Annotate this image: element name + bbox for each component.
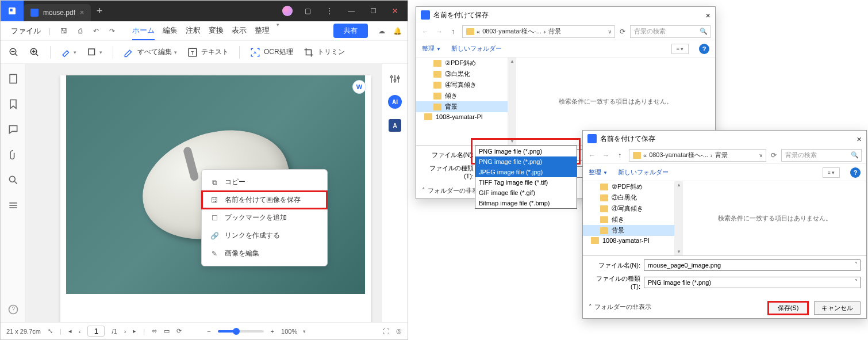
folder-tree[interactable]: ②PDF斜め ③白黒化 ④写真傾き 傾き 背景 1008-yamatar-PI: [416, 58, 508, 145]
word-badge-icon[interactable]: W: [352, 80, 366, 94]
search-field[interactable]: 背景の検索 🔍: [630, 25, 710, 38]
search-field[interactable]: 背景の検索 🔍: [781, 149, 862, 162]
filetype-option[interactable]: TIFF Tag image file (*.tif): [475, 177, 577, 188]
new-folder-button[interactable]: 新しいフォルダー: [618, 168, 669, 177]
rotate-icon[interactable]: ⟳: [176, 327, 182, 335]
maximize-icon[interactable]: ☐: [366, 4, 380, 18]
search-icon[interactable]: [7, 174, 19, 186]
forward-icon[interactable]: →: [601, 151, 610, 159]
tab-organize[interactable]: 整理: [255, 22, 270, 40]
user-avatar-icon[interactable]: [282, 6, 293, 16]
prev-page-icon[interactable]: ◂: [68, 327, 72, 335]
zoom-in-button[interactable]: [29, 47, 40, 58]
hide-folders-toggle[interactable]: ˄フォルダーの非表示: [589, 303, 651, 311]
ctx-edit-image[interactable]: ✎画像を編集: [202, 245, 327, 262]
document-canvas[interactable]: W ⧉コピー 🖫名前を付けて画像を保存 ☐ブックマークを追加 🔗リンクを作成する…: [26, 64, 382, 322]
thumbnails-icon[interactable]: [7, 73, 19, 85]
highlight-tool[interactable]: ▾: [61, 47, 76, 58]
help-icon[interactable]: ?: [699, 44, 709, 54]
cloud-icon[interactable]: ☁: [378, 27, 385, 35]
new-tab-button[interactable]: +: [91, 5, 108, 17]
filetype-option[interactable]: PNG image file (*.png): [475, 146, 577, 156]
tab-view[interactable]: 表示: [232, 22, 247, 40]
organize-button[interactable]: 整理▼: [589, 168, 608, 177]
bookmark-icon[interactable]: [7, 98, 19, 110]
back-icon[interactable]: ←: [587, 151, 597, 159]
filetype-option[interactable]: Bitmap image file (*.bmp): [475, 198, 577, 208]
close-icon[interactable]: ✕: [388, 4, 402, 18]
zoom-slider[interactable]: [218, 330, 264, 333]
layers-icon[interactable]: [7, 200, 19, 211]
dialog-title-bar[interactable]: 名前を付けて保存 ×: [583, 131, 866, 147]
undo-icon[interactable]: ↶: [91, 26, 101, 36]
back-icon[interactable]: ←: [421, 28, 430, 36]
fit-page-icon[interactable]: ▭: [164, 327, 170, 335]
attachment-icon[interactable]: [7, 149, 19, 161]
tab-annotate[interactable]: 注釈: [186, 22, 201, 40]
menu-overflow-icon[interactable]: ▾: [276, 22, 279, 40]
filetype-option[interactable]: JPEG image file (*.jpg): [475, 167, 577, 177]
up-icon[interactable]: ↑: [615, 151, 624, 159]
ai-badge-icon[interactable]: AI: [388, 95, 402, 109]
print-icon[interactable]: ⎙: [75, 26, 85, 36]
comment-icon[interactable]: ▢: [301, 4, 314, 18]
next-page-icon[interactable]: ▸: [133, 327, 136, 335]
bell-icon[interactable]: 🔔: [393, 27, 402, 35]
tree-scrollbar[interactable]: ▲▼: [675, 181, 683, 255]
filetype-select[interactable]: PNG image file (*.png)˅: [644, 277, 861, 288]
redo-icon[interactable]: ↷: [107, 26, 117, 36]
dialog-close-icon[interactable]: ×: [705, 10, 710, 20]
zoom-out-icon[interactable]: −: [207, 328, 210, 335]
ctx-save-image[interactable]: 🖫名前を付けて画像を保存: [202, 191, 327, 209]
text-button[interactable]: Tテキスト: [187, 47, 229, 58]
filetype-option[interactable]: GIF image file (*.gif): [475, 188, 577, 198]
zoom-out-button[interactable]: [9, 47, 19, 58]
comments-icon[interactable]: [7, 124, 19, 135]
tab-edit[interactable]: 編集: [163, 22, 178, 40]
dialog-title-bar[interactable]: 名前を付けて保存 ×: [416, 7, 715, 23]
more-icon[interactable]: ⋮: [322, 4, 336, 18]
fit-width-icon[interactable]: ⬄: [152, 327, 157, 335]
ctx-copy[interactable]: ⧉コピー: [202, 173, 327, 191]
tab-convert[interactable]: 変換: [209, 22, 224, 40]
dialog-close-icon[interactable]: ×: [857, 134, 862, 144]
edit-all-button[interactable]: すべて編集▾: [124, 47, 177, 58]
ctx-create-link[interactable]: 🔗リンクを作成する: [202, 227, 327, 245]
shape-tool[interactable]: ▾: [87, 47, 102, 58]
save-icon[interactable]: 🖫: [59, 26, 69, 36]
filetype-option-selected[interactable]: PNG image file (*.png): [475, 156, 577, 167]
share-button[interactable]: 共有: [333, 24, 368, 38]
help-icon[interactable]: ?: [850, 167, 861, 178]
forward-icon[interactable]: →: [435, 28, 444, 36]
up-icon[interactable]: ↑: [448, 28, 458, 36]
minimize-icon[interactable]: —: [344, 4, 358, 18]
trim-button[interactable]: トリミン: [304, 47, 345, 58]
cancel-button[interactable]: キャンセル: [814, 301, 861, 315]
reading-mode-icon[interactable]: ◎: [396, 327, 402, 335]
ctx-add-bookmark[interactable]: ☐ブックマークを追加: [202, 209, 327, 227]
refresh-icon[interactable]: ⟳: [771, 151, 777, 159]
filename-input[interactable]: mouse_page0_image.png˅: [644, 259, 861, 271]
zoom-in-icon[interactable]: +: [271, 328, 274, 335]
next-icon[interactable]: ›: [124, 328, 126, 335]
help-icon[interactable]: ?: [7, 304, 19, 315]
document-tab[interactable]: mouse.pdf ×: [24, 4, 91, 21]
settings-sliders-icon[interactable]: [389, 73, 401, 85]
page-number-input[interactable]: [87, 326, 105, 337]
address-bar[interactable]: « 0803-yamatar様へ-...› 背景 v: [629, 149, 766, 162]
address-bar[interactable]: « 0803-yamatar様へ-...› 背景 v: [462, 25, 615, 38]
save-button[interactable]: 保存(S): [768, 301, 808, 315]
new-folder-button[interactable]: 新しいフォルダー: [451, 44, 502, 53]
tab-close-icon[interactable]: ×: [80, 9, 84, 17]
azure-badge-icon[interactable]: A: [389, 119, 401, 132]
ocr-button[interactable]: AOCR処理: [250, 47, 293, 58]
view-options-button[interactable]: ≡ ▾: [823, 167, 840, 178]
file-menu[interactable]: ファイル: [6, 24, 45, 39]
prev-icon[interactable]: ‹: [79, 328, 81, 335]
tree-scrollbar[interactable]: ▲▼: [508, 58, 516, 145]
refresh-icon[interactable]: ⟳: [620, 28, 625, 36]
folder-tree[interactable]: ②PDF斜め ③白黒化 ④写真傾き 傾き 背景 1008-yamatar-PI: [583, 181, 675, 255]
organize-button[interactable]: 整理▼: [422, 44, 441, 53]
view-options-button[interactable]: ≡ ▾: [671, 44, 689, 54]
fullscreen-icon[interactable]: ⛶: [383, 328, 389, 335]
